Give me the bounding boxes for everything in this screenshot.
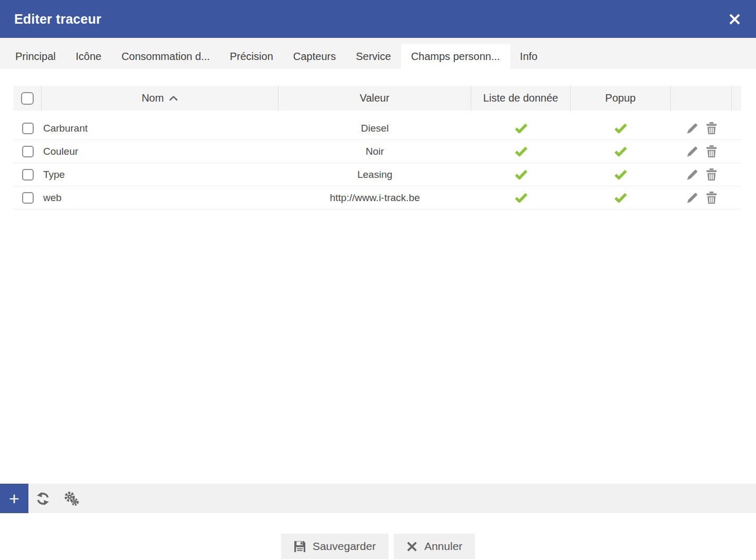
row-checkbox[interactable]: [22, 146, 34, 157]
check-icon: [614, 193, 627, 203]
edit-button[interactable]: [686, 168, 699, 181]
column-header-select-all[interactable]: [14, 86, 42, 111]
dialog-title: Editer traceur: [14, 12, 101, 27]
delete-button[interactable]: [706, 192, 717, 204]
pencil-icon: [686, 192, 699, 204]
column-label-liste: Liste de donnée: [483, 92, 558, 104]
close-icon: [729, 13, 741, 25]
check-icon: [515, 193, 528, 203]
pencil-icon: [686, 168, 699, 181]
tab-precision[interactable]: Précision: [220, 44, 283, 69]
tab-label: Icône: [76, 51, 102, 62]
row-field-name: Type: [43, 169, 65, 180]
table-body: Carburant Diesel: [14, 117, 741, 209]
tab-capteurs[interactable]: Capteurs: [283, 44, 346, 69]
column-label-nom: Nom: [142, 92, 164, 104]
table-row: web http://www.i-track.be: [14, 186, 741, 209]
close-button[interactable]: [725, 10, 743, 28]
refresh-icon: [36, 492, 50, 506]
check-icon: [614, 123, 627, 133]
row-field-value: Diesel: [361, 123, 389, 134]
tab-principal[interactable]: Principal: [5, 44, 66, 69]
save-button-label: Sauvegarder: [313, 540, 376, 553]
trash-icon: [706, 145, 717, 157]
table-row: Couleur Noir: [14, 140, 741, 163]
tab-icone[interactable]: Icône: [66, 44, 112, 69]
tab-consommation[interactable]: Consommation d...: [112, 44, 220, 69]
check-icon: [515, 123, 528, 133]
edit-button[interactable]: [686, 122, 699, 135]
gears-icon: [64, 491, 79, 506]
tabbar: Principal Icône Consommation d... Précis…: [0, 38, 756, 69]
save-icon: [294, 541, 306, 553]
titlebar: Editer traceur: [0, 0, 756, 38]
select-all-checkbox[interactable]: [21, 92, 34, 105]
refresh-button[interactable]: [28, 484, 57, 513]
cancel-icon: [406, 541, 417, 552]
row-field-name: Carburant: [43, 123, 88, 134]
tab-champs-personnalises[interactable]: Champs personn...: [401, 44, 510, 69]
trash-icon: [706, 192, 717, 204]
settings-button[interactable]: [57, 484, 85, 513]
row-field-name: web: [43, 192, 62, 203]
pencil-icon: [686, 145, 699, 158]
column-header-gutter: [732, 86, 741, 111]
table-row: Type Leasing: [14, 163, 741, 186]
dialog-footer: Sauvegarder Annuler: [0, 534, 756, 559]
check-icon: [614, 169, 627, 179]
edit-tracker-dialog: Editer traceur Principal Icône Consommat…: [0, 0, 756, 560]
row-checkbox[interactable]: [22, 192, 34, 204]
cancel-button-label: Annuler: [424, 540, 462, 553]
column-header-popup[interactable]: Popup: [571, 86, 671, 111]
column-header-actions: [671, 86, 732, 111]
edit-button[interactable]: [686, 192, 699, 204]
row-field-value: Noir: [366, 146, 384, 157]
trash-icon: [706, 168, 717, 181]
column-header-nom[interactable]: Nom: [42, 86, 278, 111]
tab-label: Service: [356, 51, 391, 62]
table-row: Carburant Diesel: [14, 117, 741, 140]
delete-button[interactable]: [706, 168, 717, 181]
row-field-value: Leasing: [357, 169, 393, 181]
check-icon: [515, 146, 528, 156]
table-header: Nom Valeur Liste de donnée Popup: [14, 86, 741, 111]
check-icon: [515, 169, 528, 179]
tab-label: Champs personn...: [411, 51, 500, 62]
tab-info[interactable]: Info: [510, 44, 548, 69]
tab-label: Consommation d...: [122, 51, 210, 62]
delete-button[interactable]: [706, 145, 717, 157]
pencil-icon: [686, 122, 699, 135]
tab-label: Capteurs: [293, 51, 336, 62]
column-header-valeur[interactable]: Valeur: [278, 86, 471, 111]
row-field-name: Couleur: [43, 146, 78, 157]
row-field-value: http://www.i-track.be: [330, 192, 420, 204]
delete-button[interactable]: [706, 122, 717, 134]
column-label-valeur: Valeur: [360, 92, 389, 104]
row-checkbox[interactable]: [22, 169, 34, 181]
tab-label: Principal: [15, 51, 56, 62]
column-header-liste[interactable]: Liste de donnée: [471, 86, 571, 111]
tab-label: Info: [520, 51, 538, 62]
tab-label: Précision: [230, 51, 273, 62]
sort-ascending-icon: [169, 95, 178, 101]
cancel-button[interactable]: Annuler: [394, 534, 475, 559]
check-icon: [614, 146, 627, 156]
custom-fields-panel: Nom Valeur Liste de donnée Popup: [0, 69, 756, 209]
plus-icon: +: [9, 489, 19, 507]
edit-button[interactable]: [686, 145, 699, 158]
bottom-toolbar: +: [0, 484, 756, 513]
tab-service[interactable]: Service: [346, 44, 401, 69]
trash-icon: [706, 122, 717, 134]
add-field-button[interactable]: +: [0, 484, 28, 513]
column-label-popup: Popup: [605, 92, 636, 104]
save-button[interactable]: Sauvegarder: [281, 534, 389, 559]
row-checkbox[interactable]: [22, 123, 34, 134]
